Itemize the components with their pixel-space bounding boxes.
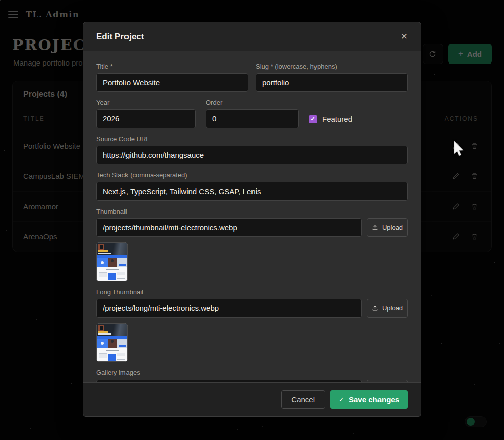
order-label: Order [206,99,299,106]
upload-button-label: Upload [382,224,403,231]
close-icon[interactable]: ✕ [401,32,408,41]
featured-label: Featured [322,115,352,123]
slug-field[interactable] [256,73,408,92]
save-button-label: Save changes [349,395,399,404]
admin-page: TL. Admin PROJECTS Manage portfolio proj… [0,0,504,440]
thumbnail-field[interactable] [96,218,362,237]
save-changes-button[interactable]: ✓ Save changes [330,390,408,409]
order-field[interactable] [206,109,299,128]
tech-stack-field[interactable] [96,182,408,201]
long-thumbnail-preview [96,323,128,362]
modal-header: Edit Project ✕ [83,22,421,51]
source-url-field[interactable] [96,146,408,164]
modal-body: Title * Slug * (lowercase, hyphens) Year… [83,51,421,383]
modal-footer: Cancel ✓ Save changes [83,382,421,416]
modal-title: Edit Project [96,32,144,42]
check-icon: ✓ [339,396,344,403]
edit-project-modal: Edit Project ✕ Title * Slug * (lowercase… [83,22,421,417]
thumbnail-label: Thumbnail [96,208,408,215]
upload-icon [372,305,379,311]
year-label: Year [96,99,196,106]
thumbnail-preview [96,242,128,281]
featured-checkbox-row[interactable]: ✓ Featured [309,115,408,123]
gallery-label: Gallery images [96,369,408,376]
long-thumbnail-field[interactable] [96,299,362,318]
long-thumbnail-label: Long Thumbnail [96,288,408,296]
title-field[interactable] [96,73,248,92]
slug-label: Slug * (lowercase, hyphens) [256,62,408,70]
title-label: Title * [96,62,248,70]
tech-stack-label: Tech Stack (comma-separated) [96,171,408,179]
upload-icon [372,224,379,231]
year-field[interactable] [96,109,196,128]
thumbnail-upload-button[interactable]: Upload [367,218,408,237]
featured-checkbox[interactable]: ✓ [309,115,317,123]
cancel-button[interactable]: Cancel [281,390,325,409]
upload-button-label: Upload [382,304,403,312]
long-thumbnail-upload-button[interactable]: Upload [367,299,408,318]
source-url-label: Source Code URL [96,135,408,143]
